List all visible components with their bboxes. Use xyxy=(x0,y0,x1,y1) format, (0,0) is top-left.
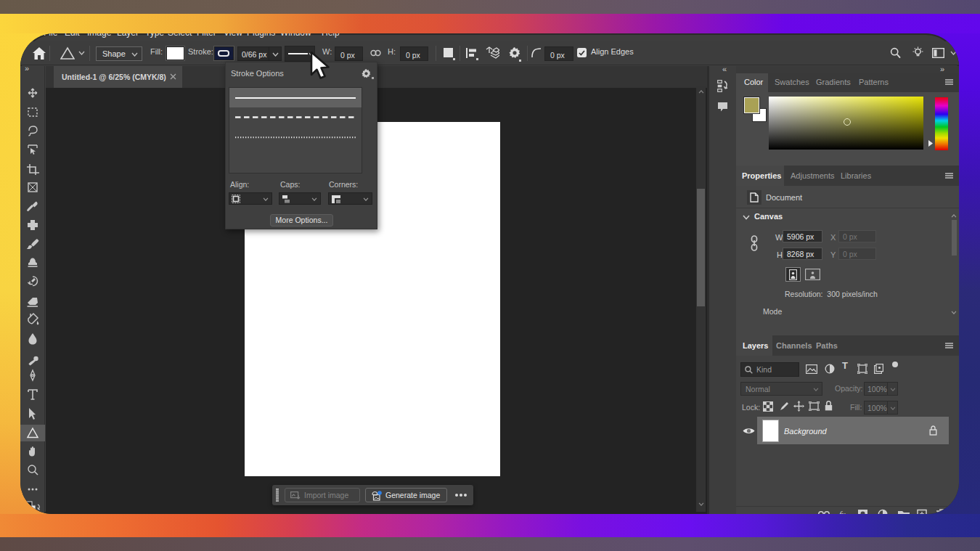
svg-text:fx: fx xyxy=(839,510,846,514)
